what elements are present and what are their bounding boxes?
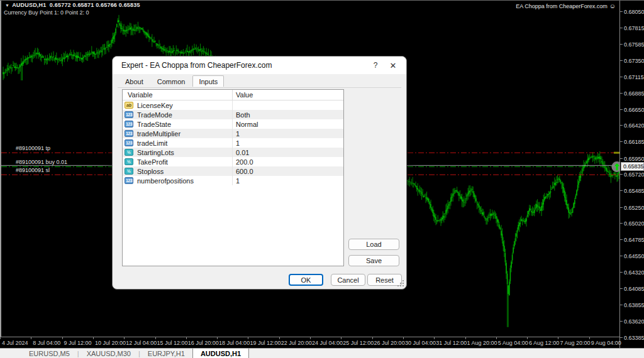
time-axis-label: 16 Jul 20:00 — [188, 340, 219, 346]
integer-type-icon: 123 — [125, 139, 133, 146]
cancel-button[interactable]: Cancel — [331, 274, 365, 286]
column-header-value[interactable]: Value — [233, 90, 343, 100]
value-cell[interactable]: 1 — [233, 139, 343, 147]
double-type-icon: ½ — [125, 168, 133, 175]
time-axis-label: 4 Jul 2024 — [2, 340, 28, 346]
double-type-icon: ½ — [125, 158, 133, 165]
expert-properties-dialog: Expert - EA Choppa from CheaperForex.com… — [112, 56, 407, 290]
price-axis-label: 0.66650 — [624, 107, 644, 113]
price-axis-label: 0.67585 — [624, 41, 644, 48]
time-axis-label: 9 Jul 12:00 — [64, 340, 92, 346]
price-axis-label: 0.65020 — [624, 220, 644, 227]
time-axis[interactable]: 4 Jul 20248 Jul 04:009 Jul 12:0010 Jul 2… — [0, 337, 619, 348]
time-axis-label: 19 Jul 12:00 — [250, 340, 280, 346]
table-body: abLicenseKey123TradeModeBoth123TradeStat… — [123, 100, 343, 185]
dialog-tab-about[interactable]: About — [119, 76, 150, 87]
order-tp-label: #89100091 tp — [16, 145, 50, 151]
ea-title: EA Choppa from CheaperForex.com☺ — [516, 3, 616, 9]
time-axis-label: 31 Jul 12:00 — [436, 340, 467, 346]
table-row[interactable]: abLicenseKey — [123, 100, 343, 110]
close-icon[interactable]: ✕ — [387, 60, 399, 70]
symbol-dropdown-icon[interactable]: ▼ — [5, 3, 9, 8]
variable-name: TakeProfit — [137, 158, 168, 166]
dialog-titlebar[interactable]: Expert - EA Choppa from CheaperForex.com — [113, 57, 406, 74]
table-row[interactable]: 123TradeStateNormal — [123, 119, 343, 129]
variable-cell[interactable]: 123tradeLimit — [123, 138, 233, 148]
value-cell[interactable]: 1 — [233, 130, 343, 138]
load-button[interactable]: Load — [348, 239, 399, 250]
variable-name: Stoploss — [137, 168, 164, 175]
price-axis-label: 0.67115 — [624, 74, 644, 80]
variable-name: numberofpositions — [137, 177, 194, 185]
variable-cell[interactable]: 123numberofpositions — [123, 176, 233, 185]
table-row[interactable]: 123tradeMultiplier1 — [123, 129, 343, 138]
value-cell[interactable]: 200.0 — [233, 158, 343, 166]
price-axis-label: 0.65250 — [624, 205, 644, 211]
variable-name: StartingLots — [137, 149, 174, 156]
price-axis-label: 0.63855 — [624, 302, 644, 308]
value-cell[interactable]: Both — [233, 111, 343, 119]
price-axis-label: 0.64785 — [624, 237, 644, 243]
price-axis-label: 0.65720 — [624, 171, 644, 178]
order-buy-label: #89100091 buy 0.01 — [16, 159, 67, 165]
price-axis-label: 0.66885 — [624, 90, 644, 97]
price-axis-label: 0.66185 — [624, 139, 644, 145]
value-cell[interactable]: 0.01 — [233, 149, 343, 156]
chart-tabs-bar: EURUSD,M5|XAUUSD,M30|EURJPY,H1AUDUSD,H1 — [0, 348, 644, 358]
value-cell[interactable]: 1 — [233, 177, 343, 185]
help-icon[interactable]: ? — [370, 60, 381, 70]
variable-cell[interactable]: 123TradeState — [123, 119, 233, 129]
ea-name-text: EA Choppa from CheaperForex.com — [516, 3, 608, 9]
price-axis-label: 0.66420 — [624, 122, 644, 129]
dialog-tabs: AboutCommonInputs — [119, 76, 225, 87]
current-price-box: 0.65835 — [621, 162, 644, 171]
resize-grip[interactable] — [397, 279, 404, 287]
chart-tab-eurusd[interactable]: EURUSD,M5 — [21, 349, 77, 358]
table-row[interactable]: 123numberofpositions1 — [123, 176, 343, 185]
variable-name: LicenseKey — [137, 102, 173, 109]
price-axis-label: 0.64085 — [624, 286, 644, 292]
ohlc-readout: ▼AUDUSD,H1 0.65772 0.65871 0.65766 0.658… — [5, 2, 140, 8]
value-cell[interactable]: Normal — [233, 121, 343, 128]
time-axis-label: 1 Aug 20:00 — [467, 340, 497, 346]
table-header-row: Variable Value — [123, 90, 343, 100]
inputs-table: Variable Value abLicenseKey123TradeModeB… — [122, 89, 344, 266]
mt4-terminal-window: ▼AUDUSD,H1 0.65772 0.65871 0.65766 0.658… — [0, 0, 644, 358]
time-axis-label: 22 Jul 20:00 — [281, 340, 312, 346]
variable-cell[interactable]: ½StartingLots — [123, 148, 233, 157]
table-row[interactable]: 123tradeLimit1 — [123, 138, 343, 148]
time-axis-label: 7 Aug 20:00 — [560, 340, 590, 346]
table-row[interactable]: ½StartingLots0.01 — [123, 148, 343, 157]
chart-tab-audusd[interactable]: AUDUSD,H1 — [192, 349, 249, 358]
ea-comment-text: Currency Buy Point 1: 0 Point 2: 0 — [4, 9, 89, 16]
price-axis-label: 0.63620 — [624, 318, 644, 325]
dialog-tab-inputs[interactable]: Inputs — [192, 75, 224, 87]
chart-symbol: AUDUSD,H1 — [12, 2, 46, 8]
price-axis-label: 0.65950 — [624, 156, 644, 162]
variable-cell[interactable]: abLicenseKey — [123, 100, 233, 110]
price-axis[interactable]: 0.680500.678150.675850.673500.671150.668… — [619, 1, 644, 348]
variable-cell[interactable]: 123TradeMode — [123, 110, 233, 119]
table-row[interactable]: 123TradeModeBoth — [123, 110, 343, 119]
ok-button[interactable]: OK — [289, 274, 323, 286]
time-axis-label: 30 Jul 04:00 — [405, 340, 436, 346]
chart-tab-xauusd[interactable]: XAUUSD,M30 — [79, 349, 138, 358]
variable-cell[interactable]: ½Stoploss — [123, 166, 233, 176]
ohlc-values: 0.65772 0.65871 0.65766 0.65835 — [50, 2, 140, 8]
table-row[interactable]: ½TakeProfit200.0 — [123, 157, 343, 166]
variable-name: tradeMultiplier — [137, 130, 180, 138]
ea-smiley-icon[interactable]: ☺ — [609, 3, 616, 9]
price-axis-label: 0.65485 — [624, 188, 644, 194]
column-header-variable[interactable]: Variable — [123, 90, 233, 100]
save-button[interactable]: Save — [348, 255, 399, 266]
variable-cell[interactable]: 123tradeMultiplier — [123, 129, 233, 138]
variable-cell[interactable]: ½TakeProfit — [123, 157, 233, 166]
value-cell[interactable]: 600.0 — [233, 168, 343, 175]
time-axis-label: 12 Jul 04:00 — [126, 340, 157, 346]
table-row[interactable]: ½Stoploss600.0 — [123, 166, 343, 176]
price-axis-label: 0.67350 — [624, 58, 644, 64]
time-axis-label: 18 Jul 04:00 — [219, 340, 250, 346]
chart-tab-eurjpy[interactable]: EURJPY,H1 — [140, 349, 192, 358]
dialog-tab-common[interactable]: Common — [151, 76, 192, 87]
price-axis-label: 0.68050 — [624, 9, 644, 15]
